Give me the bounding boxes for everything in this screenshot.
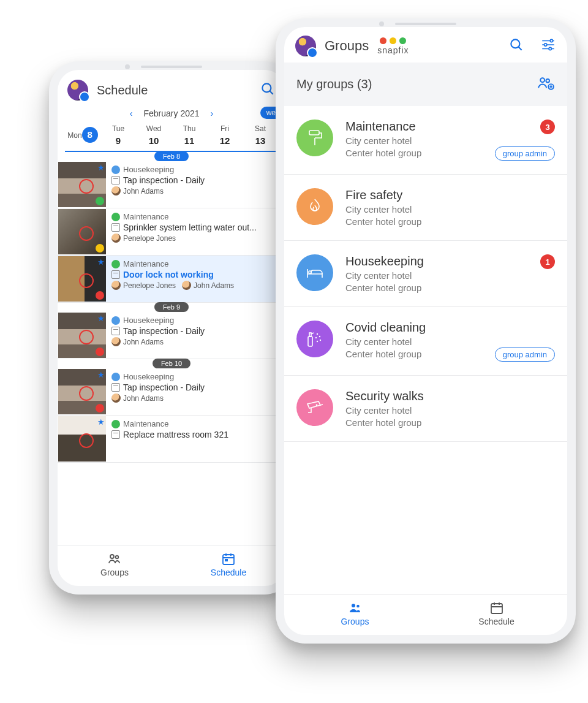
calendar-icon bbox=[111, 223, 120, 232]
prev-month-button[interactable]: ‹ bbox=[129, 108, 132, 118]
date-separator: Feb 8 bbox=[58, 152, 285, 161]
nav-groups[interactable]: Groups bbox=[284, 595, 426, 635]
assignee-name: John Adams bbox=[123, 394, 164, 403]
assignee-avatar bbox=[182, 281, 191, 290]
category-chip bbox=[111, 316, 120, 325]
svg-point-3 bbox=[116, 556, 119, 559]
task-row[interactable]: ★ Maintenance Replace mattress room 321 bbox=[58, 416, 285, 463]
date-separator: Feb 10 bbox=[58, 359, 285, 368]
group-name: Covid cleaning bbox=[345, 321, 483, 335]
day-column[interactable]: Thu11 bbox=[172, 124, 207, 151]
search-icon[interactable] bbox=[260, 81, 276, 99]
day-column[interactable]: Wed10 bbox=[136, 124, 172, 151]
nav-schedule[interactable]: Schedule bbox=[172, 545, 285, 586]
task-row[interactable]: ★ Housekeeping Tap inspection - Daily Jo… bbox=[58, 368, 285, 416]
task-thumbnail: ★ bbox=[58, 256, 106, 302]
star-icon: ★ bbox=[97, 257, 105, 267]
groups-count-label: My groups (3) bbox=[296, 77, 372, 91]
add-group-icon[interactable] bbox=[537, 74, 555, 95]
task-title: Replace mattress room 321 bbox=[123, 430, 228, 439]
task-title: Tap inspection - Daily bbox=[123, 326, 205, 336]
phone-schedule: Schedule ‹ February 2021 › we Mon8Tue9We… bbox=[49, 61, 294, 595]
week-days: Mon8Tue9Wed10Thu11Fri12Sat13 bbox=[65, 124, 278, 152]
svg-point-36 bbox=[356, 605, 360, 608]
task-category: Housekeeping bbox=[123, 316, 174, 325]
svg-point-14 bbox=[550, 39, 552, 42]
svg-point-30 bbox=[315, 337, 317, 338]
group-subtitle: City center hotel bbox=[345, 270, 528, 281]
nav-label: Schedule bbox=[478, 617, 514, 626]
status-dot bbox=[96, 348, 104, 356]
group-item[interactable]: Fire safety City center hotel Center hot… bbox=[284, 175, 567, 241]
task-thumbnail: ★ bbox=[58, 369, 106, 414]
nav-label: Groups bbox=[341, 617, 369, 626]
svg-point-32 bbox=[317, 341, 318, 342]
task-thumbnail bbox=[58, 209, 106, 254]
category-chip bbox=[111, 213, 120, 221]
assignee-name: John Adams bbox=[194, 281, 234, 290]
task-row[interactable]: ★ Maintenance Door lock not working Pene… bbox=[58, 256, 285, 303]
task-row[interactable]: ★ Housekeeping Tap inspection - Daily Jo… bbox=[58, 312, 285, 359]
group-icon bbox=[296, 188, 333, 225]
task-title: Sprinkler system letting water out... bbox=[123, 222, 257, 232]
avatar[interactable] bbox=[67, 80, 88, 101]
role-pill: group admin bbox=[495, 146, 555, 161]
task-row[interactable]: Maintenance Sprinkler system letting wat… bbox=[58, 208, 285, 256]
calendar-icon bbox=[111, 270, 120, 279]
assignee-avatar bbox=[111, 337, 121, 346]
category-chip bbox=[111, 165, 120, 174]
group-icon bbox=[296, 120, 333, 156]
day-column[interactable]: Mon8 bbox=[65, 124, 100, 151]
group-icon bbox=[296, 321, 333, 357]
group-name: Maintenance bbox=[345, 120, 483, 134]
group-icon bbox=[296, 254, 333, 291]
task-category: Maintenance bbox=[123, 259, 168, 268]
group-item[interactable]: Covid cleaning City center hotel Center … bbox=[284, 307, 567, 376]
task-row[interactable]: ★ Housekeeping Tap inspection - Daily Jo… bbox=[58, 161, 285, 208]
avatar[interactable] bbox=[295, 36, 316, 56]
star-icon: ★ bbox=[97, 370, 105, 379]
group-subtitle: City center hotel bbox=[345, 405, 543, 416]
svg-point-33 bbox=[316, 405, 318, 406]
svg-point-24 bbox=[309, 271, 311, 273]
svg-point-35 bbox=[352, 604, 355, 607]
app-header: Schedule bbox=[58, 70, 285, 105]
day-number: 13 bbox=[243, 135, 278, 146]
day-of-week: Tue bbox=[112, 124, 124, 133]
group-name: Security walks bbox=[345, 389, 543, 403]
svg-line-10 bbox=[518, 47, 521, 50]
assignees: Penelope Jones bbox=[111, 234, 281, 243]
filter-icon[interactable] bbox=[540, 37, 556, 55]
assignees: John Adams bbox=[111, 393, 281, 403]
status-dot bbox=[96, 291, 104, 300]
nav-schedule[interactable]: Schedule bbox=[426, 595, 567, 635]
svg-point-29 bbox=[319, 336, 320, 337]
day-column[interactable]: Fri12 bbox=[207, 124, 243, 151]
task-title: Door lock not working bbox=[123, 270, 214, 279]
brand-logo: snapfix bbox=[377, 37, 409, 55]
role-pill: group admin bbox=[495, 348, 555, 362]
nav-groups[interactable]: Groups bbox=[58, 545, 172, 586]
day-column[interactable]: Tue9 bbox=[100, 124, 136, 151]
calendar-icon bbox=[111, 327, 120, 335]
date-separator: Feb 9 bbox=[58, 302, 285, 312]
group-item[interactable]: Housekeeping City center hotel Center ho… bbox=[284, 241, 567, 307]
group-item[interactable]: Maintenance City center hotel Center hot… bbox=[284, 106, 567, 175]
category-chip bbox=[111, 260, 120, 268]
task-list: Feb 8 ★ Housekeeping Tap inspection - Da… bbox=[58, 152, 285, 545]
group-list: Maintenance City center hotel Center hot… bbox=[284, 106, 567, 594]
day-column[interactable]: Sat13 bbox=[243, 124, 278, 151]
assignees: John Adams bbox=[111, 337, 281, 346]
day-of-week: Mon bbox=[67, 131, 81, 140]
page-title: Schedule bbox=[97, 83, 148, 97]
group-item[interactable]: Security walks City center hotel Center … bbox=[284, 376, 567, 442]
category-chip bbox=[111, 373, 120, 381]
day-number: 11 bbox=[172, 135, 207, 146]
group-name: Fire safety bbox=[345, 188, 543, 202]
next-month-button[interactable]: › bbox=[211, 108, 214, 118]
assignee-avatar bbox=[111, 186, 121, 196]
month-picker: ‹ February 2021 › we bbox=[65, 108, 278, 118]
search-icon[interactable] bbox=[508, 37, 524, 55]
svg-point-28 bbox=[317, 333, 318, 335]
svg-point-15 bbox=[545, 44, 547, 46]
